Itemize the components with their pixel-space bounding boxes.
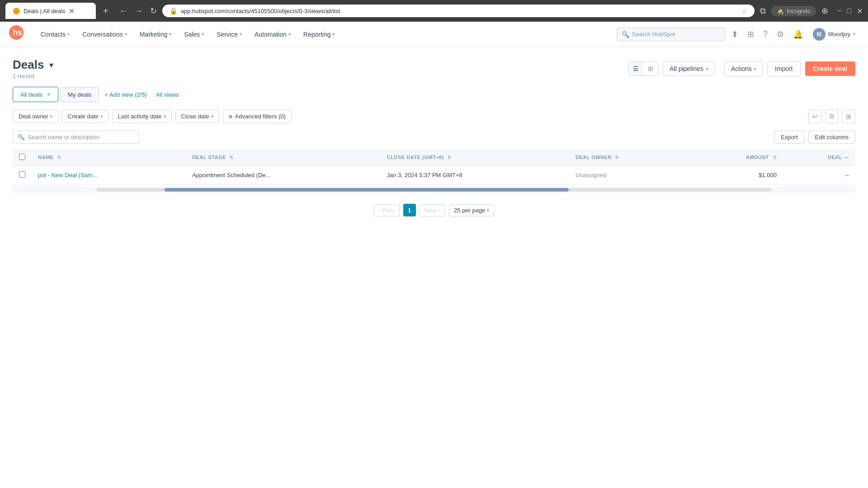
edit-columns-button[interactable]: Edit columns bbox=[808, 131, 855, 144]
maximize-button[interactable]: □ bbox=[847, 7, 851, 15]
deals-title: Deals bbox=[13, 58, 44, 72]
col-deal-type[interactable]: DEAL — bbox=[783, 149, 855, 166]
row-checkbox[interactable] bbox=[19, 171, 25, 178]
user-menu[interactable]: M Moodjoy ▾ bbox=[809, 26, 859, 42]
nav-contacts[interactable]: Contacts ▾ bbox=[34, 22, 76, 47]
table-search-input[interactable] bbox=[28, 134, 134, 141]
page-title-area: Deals ▾ 1 record bbox=[13, 58, 55, 80]
pipeline-label: All pipelines bbox=[670, 65, 703, 72]
list-view-button[interactable]: ☰ bbox=[628, 62, 643, 75]
horizontal-scrollbar[interactable] bbox=[13, 187, 855, 193]
scrollbar-thumb[interactable] bbox=[165, 188, 569, 192]
nav-reporting[interactable]: Reporting ▾ bbox=[297, 22, 341, 47]
table-body: pot - New Deal (Sam... Appointment Sched… bbox=[13, 166, 855, 185]
search-input[interactable] bbox=[632, 31, 720, 38]
deal-owner-value: Unassigned bbox=[576, 172, 607, 178]
reload-button[interactable]: ↻ bbox=[148, 4, 159, 18]
search-icon: 🔍 bbox=[622, 31, 629, 38]
minimize-button[interactable]: − bbox=[837, 7, 841, 15]
settings-icon[interactable]: ⚙ bbox=[774, 27, 787, 42]
nav-conversations[interactable]: Conversations ▾ bbox=[76, 22, 133, 47]
select-all-checkbox[interactable] bbox=[19, 154, 25, 160]
back-button[interactable]: ← bbox=[118, 5, 129, 18]
close-date-filter[interactable]: Close date ▾ bbox=[175, 110, 219, 123]
create-date-caret-icon: ▾ bbox=[100, 114, 103, 119]
notifications-icon[interactable]: 🔔 bbox=[790, 27, 806, 42]
undo-button[interactable]: ↩ bbox=[808, 110, 822, 123]
table-search[interactable]: 🔍 bbox=[13, 131, 139, 144]
row-checkbox-cell[interactable] bbox=[13, 166, 32, 185]
amount-value: $1,000 bbox=[759, 172, 777, 178]
tab-close-button[interactable]: ✕ bbox=[69, 7, 75, 15]
deal-owner-filter[interactable]: Deal owner ▾ bbox=[13, 110, 58, 123]
title-dropdown-button[interactable]: ▾ bbox=[47, 58, 55, 72]
sales-chevron-icon: ▾ bbox=[202, 32, 204, 37]
tab-all-deals[interactable]: All deals × bbox=[13, 87, 58, 102]
user-chevron-icon: ▾ bbox=[853, 32, 855, 37]
select-all-col[interactable] bbox=[13, 149, 32, 166]
help-icon[interactable]: ? bbox=[760, 27, 770, 42]
create-date-filter-label: Create date bbox=[68, 113, 99, 120]
all-views-link[interactable]: All views bbox=[152, 88, 183, 102]
pipeline-chevron-icon: ▾ bbox=[706, 66, 708, 71]
header-right: ☰ ⊞ All pipelines ▾ Actions ▾ Import bbox=[628, 61, 855, 76]
profile-button[interactable]: ⊕ bbox=[820, 4, 830, 18]
incognito-label: Incognito bbox=[787, 8, 811, 14]
grid-view-button[interactable]: ⊞ bbox=[643, 62, 658, 75]
current-page[interactable]: 1 bbox=[403, 204, 416, 216]
per-page-selector[interactable]: 25 per page ▾ bbox=[449, 204, 494, 216]
all-deals-tab-close[interactable]: × bbox=[47, 91, 51, 98]
table-controls: 🔍 Export Edit columns bbox=[13, 131, 855, 144]
service-chevron-icon: ▾ bbox=[240, 32, 242, 37]
pipeline-selector[interactable]: All pipelines ▾ bbox=[663, 61, 715, 76]
deal-name-link[interactable]: pot - New Deal (Sam... bbox=[38, 172, 98, 178]
hubspot-logo[interactable]: hs bbox=[9, 25, 24, 43]
import-button[interactable]: Import bbox=[767, 61, 801, 76]
nav-sales[interactable]: Sales ▾ bbox=[178, 22, 210, 47]
export-button[interactable]: Export bbox=[774, 131, 805, 144]
nav-marketing[interactable]: Marketing ▾ bbox=[133, 22, 178, 47]
bookmark-icon[interactable]: ☆ bbox=[741, 7, 747, 14]
amount-sort-icon: ⇅ bbox=[773, 155, 777, 160]
forward-button[interactable]: → bbox=[133, 5, 145, 18]
new-tab-button[interactable]: + bbox=[99, 6, 112, 16]
copy-button[interactable]: ⧉ bbox=[826, 109, 838, 123]
create-deal-button[interactable]: Create deal bbox=[805, 61, 855, 76]
actions-chevron-icon: ▾ bbox=[754, 66, 756, 71]
address-bar[interactable]: 🔒 app.hubspot.com/contacts/45105500/obje… bbox=[162, 5, 755, 17]
close-date-value: Jan 3, 2024 5:37 PM GMT+8 bbox=[387, 172, 462, 178]
nav-automation[interactable]: Automation ▾ bbox=[248, 22, 297, 47]
close-window-button[interactable]: ✕ bbox=[857, 7, 863, 15]
advanced-filters-button[interactable]: ≡ Advanced filters (0) bbox=[223, 110, 292, 123]
tab-favicon: 🟠 bbox=[13, 8, 20, 14]
topbar-actions: 🔍 ⬆ ⊞ ? ⚙ 🔔 M Moodjoy ▾ bbox=[617, 26, 859, 42]
filters-bar: Deal owner ▾ Create date ▾ Last activity… bbox=[13, 109, 855, 123]
prev-button[interactable]: ‹ Prev bbox=[374, 204, 400, 216]
deals-table: NAME ⇅ DEAL STAGE ⇅ CLOSE DATE (GMT+8) ⇅ bbox=[13, 149, 855, 185]
next-button[interactable]: Next › bbox=[420, 204, 445, 216]
global-search[interactable]: 🔍 bbox=[617, 28, 725, 41]
last-activity-caret-icon: ▾ bbox=[164, 114, 166, 119]
marketplace-icon[interactable]: ⊞ bbox=[745, 27, 757, 42]
actions-button[interactable]: Actions ▾ bbox=[724, 61, 763, 76]
col-deal-stage[interactable]: DEAL STAGE ⇅ bbox=[186, 149, 381, 166]
last-activity-filter-label: Last activity date bbox=[118, 113, 162, 120]
settings-columns-button[interactable]: ⊞ bbox=[842, 110, 855, 123]
row-amount-cell: $1,000 bbox=[690, 166, 783, 185]
add-view-button[interactable]: + Add view (2/5) bbox=[99, 88, 152, 102]
col-name[interactable]: NAME ⇅ bbox=[32, 149, 186, 166]
col-amount[interactable]: AMOUNT ⇅ bbox=[690, 149, 783, 166]
per-page-chevron-icon: ▾ bbox=[487, 208, 489, 213]
tab-my-deals[interactable]: My deals bbox=[60, 87, 99, 102]
col-deal-owner[interactable]: DEAL OWNER ⇅ bbox=[569, 149, 690, 166]
deal-stage-sort-icon: ⇅ bbox=[229, 155, 234, 160]
browser-tab[interactable]: 🟠 Deals | All deals ✕ bbox=[5, 3, 96, 19]
extensions-button[interactable]: ⧉ bbox=[758, 5, 768, 18]
col-close-date[interactable]: CLOSE DATE (GMT+8) ⇅ bbox=[380, 149, 569, 166]
help-upgrade-icon[interactable]: ⬆ bbox=[729, 27, 741, 42]
page-content: Deals ▾ 1 record ☰ ⊞ All pipelines ▾ bbox=[0, 47, 868, 227]
create-date-filter[interactable]: Create date ▾ bbox=[62, 110, 108, 123]
last-activity-date-filter[interactable]: Last activity date ▾ bbox=[112, 110, 172, 123]
table-row: pot - New Deal (Sam... Appointment Sched… bbox=[13, 166, 855, 185]
nav-service[interactable]: Service ▾ bbox=[210, 22, 248, 47]
